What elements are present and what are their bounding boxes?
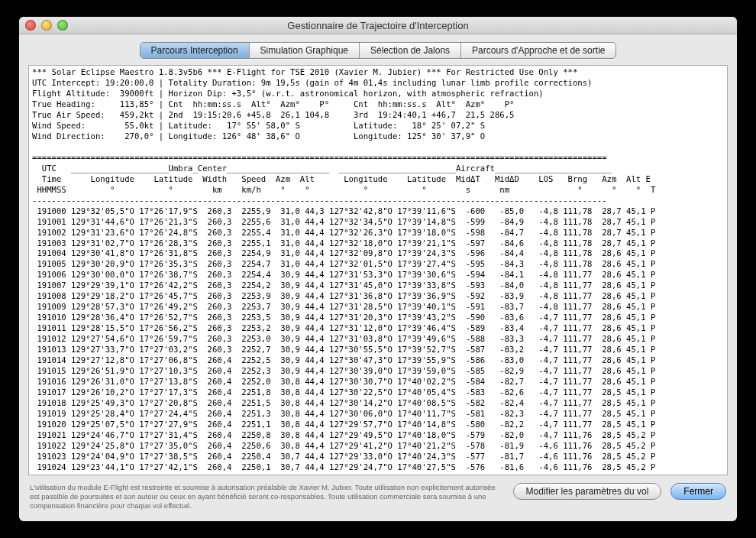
traffic-lights (19, 20, 68, 31)
close-icon[interactable] (25, 20, 36, 31)
footer: L'utilisation du module E-Flight est res… (19, 475, 737, 521)
zoom-icon[interactable] (57, 20, 68, 31)
window-title: Gestionnaire de Trajectoire d'Intercepti… (19, 20, 737, 31)
titlebar: Gestionnaire de Trajectoire d'Intercepti… (19, 17, 737, 34)
disclaimer-text: L'utilisation du module E-Flight est res… (30, 483, 504, 510)
tab-parcours-approche-sortie[interactable]: Parcours d'Approche et de sortie (461, 43, 615, 58)
segmented-tabs: Parcours Interception Simulation Graphiq… (140, 42, 617, 59)
tabs: Parcours Interception Simulation Graphiq… (19, 34, 737, 65)
close-button[interactable]: Fermer (670, 483, 726, 500)
scroll-area[interactable]: *** Solar Eclipse Maestro 1.8.3v5b6 *** … (29, 66, 727, 475)
tab-simulation-graphique[interactable]: Simulation Graphique (250, 43, 360, 58)
content-frame: *** Solar Eclipse Maestro 1.8.3v5b6 *** … (28, 65, 728, 475)
tab-parcours-interception[interactable]: Parcours Interception (141, 43, 250, 58)
window: Gestionnaire de Trajectoire d'Intercepti… (19, 17, 737, 521)
tab-selection-jalons[interactable]: Sélection de Jalons (360, 43, 461, 58)
minimize-icon[interactable] (41, 20, 52, 31)
trajectory-text: *** Solar Eclipse Maestro 1.8.3v5b6 *** … (29, 66, 727, 475)
modify-flight-params-button[interactable]: Modifier les paramètres du vol (513, 483, 662, 500)
